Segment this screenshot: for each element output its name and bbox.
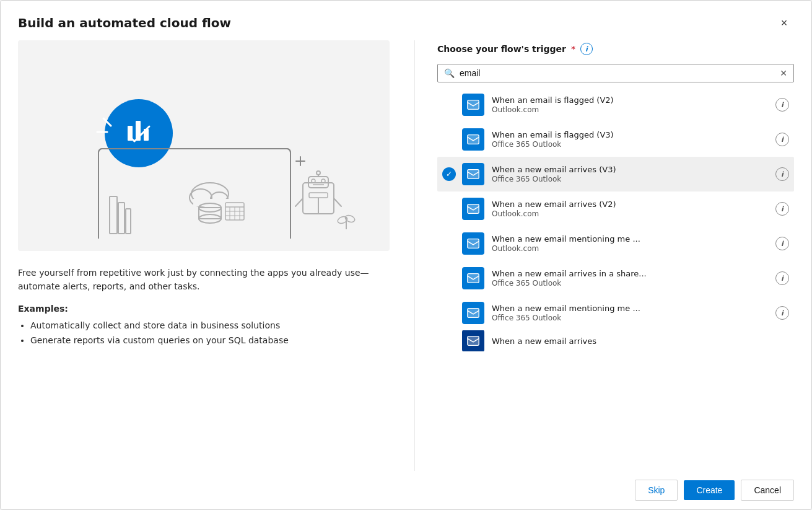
svg-rect-49 xyxy=(468,204,479,214)
svg-rect-47 xyxy=(468,170,479,179)
app-icon-5 xyxy=(462,232,484,255)
svg-line-39 xyxy=(334,198,341,206)
svg-rect-36 xyxy=(309,193,328,198)
trigger-info-2: When an email is flagged (V3) Office 365… xyxy=(492,130,771,149)
app-icon-1 xyxy=(462,94,484,116)
example-item-1: Automatically collect and store data in … xyxy=(30,319,390,333)
svg-line-38 xyxy=(295,198,303,206)
svg-rect-26 xyxy=(126,209,131,234)
trigger-name-2: When an email is flagged (V3) xyxy=(492,130,771,139)
partial-trigger-item[interactable]: When a new email arrives xyxy=(437,330,794,351)
trigger-item-7[interactable]: When a new email mentioning me ... Offic… xyxy=(437,296,794,330)
close-button[interactable]: × xyxy=(774,13,794,33)
trigger-info-5: When a new email mentioning me ... Outlo… xyxy=(492,234,771,253)
trigger-item-3[interactable]: ✓ When a new email arrives (V3) Office 3… xyxy=(437,157,794,191)
check-circle-3: ✓ xyxy=(442,167,456,181)
trigger-name-4: When a new email arrives (V2) xyxy=(492,200,771,209)
trigger-item-1[interactable]: When an email is flagged (V2) Outlook.co… xyxy=(437,87,794,122)
partial-app-icon xyxy=(462,330,484,351)
trigger-info-btn-6[interactable]: i xyxy=(775,271,789,285)
trigger-name-5: When a new email mentioning me ... xyxy=(492,234,771,244)
trigger-name-3: When a new email arrives (V3) xyxy=(492,165,771,174)
svg-rect-13 xyxy=(193,199,230,206)
dialog-header: Build an automated cloud flow × xyxy=(1,1,811,40)
trigger-label-row: Choose your flow's trigger * i xyxy=(437,43,794,55)
partial-trigger-info: When a new email arrives xyxy=(492,336,789,346)
svg-rect-53 xyxy=(468,274,479,283)
trigger-item-6[interactable]: When a new email arrives in a share... O… xyxy=(437,261,794,296)
trigger-source-3: Office 365 Outlook xyxy=(492,175,771,183)
trigger-name-1: When an email is flagged (V2) xyxy=(492,95,771,105)
trigger-info-icon[interactable]: i xyxy=(580,43,593,55)
trigger-name-7: When a new email mentioning me ... xyxy=(492,304,771,313)
svg-rect-24 xyxy=(110,196,117,234)
trigger-source-4: Outlook.com xyxy=(492,209,771,218)
svg-rect-45 xyxy=(468,135,479,144)
dialog: Build an automated cloud flow × xyxy=(0,0,812,510)
dialog-title: Build an automated cloud flow xyxy=(18,15,231,30)
svg-rect-25 xyxy=(118,203,124,234)
search-icon: 🔍 xyxy=(444,68,455,78)
trigger-source-2: Office 365 Outlook xyxy=(492,140,771,149)
trigger-info-btn-3[interactable]: i xyxy=(775,167,789,181)
examples-label: Examples: xyxy=(18,304,390,314)
trigger-info-btn-1[interactable]: i xyxy=(775,98,789,112)
app-icon-3 xyxy=(462,163,484,185)
trigger-info-6: When a new email arrives in a share... O… xyxy=(492,269,771,288)
trigger-info-btn-4[interactable]: i xyxy=(775,202,789,216)
svg-rect-55 xyxy=(468,309,479,318)
svg-rect-43 xyxy=(468,100,479,110)
cancel-button[interactable]: Cancel xyxy=(741,480,794,501)
trigger-info-btn-2[interactable]: i xyxy=(775,133,789,146)
trigger-info-btn-5[interactable]: i xyxy=(775,237,789,250)
trigger-source-7: Office 365 Outlook xyxy=(492,314,771,322)
svg-rect-57 xyxy=(468,336,479,346)
trigger-source-6: Office 365 Outlook xyxy=(492,279,771,288)
examples-list: Automatically collect and store data in … xyxy=(18,319,390,348)
trigger-item-4[interactable]: When a new email arrives (V2) Outlook.co… xyxy=(437,191,794,226)
app-icon-2 xyxy=(462,128,484,151)
description-text: Free yourself from repetitive work just … xyxy=(18,266,390,294)
search-input[interactable] xyxy=(460,68,780,78)
svg-point-32 xyxy=(317,171,320,175)
trigger-label: Choose your flow's trigger xyxy=(437,44,566,54)
trigger-info-3: When a new email arrives (V3) Office 365… xyxy=(492,165,771,183)
svg-rect-51 xyxy=(468,239,479,248)
trigger-info-btn-7[interactable]: i xyxy=(775,306,789,320)
trigger-source-1: Outlook.com xyxy=(492,105,771,114)
create-button[interactable]: Create xyxy=(684,480,735,500)
svg-rect-15 xyxy=(199,208,221,219)
left-panel: Free yourself from repetitive work just … xyxy=(18,40,414,471)
search-box: 🔍 ✕ xyxy=(437,64,794,82)
illustration-box xyxy=(18,40,390,251)
clear-icon[interactable]: ✕ xyxy=(780,68,787,78)
trigger-list: When an email is flagged (V2) Outlook.co… xyxy=(437,87,794,471)
trigger-info-4: When a new email arrives (V2) Outlook.co… xyxy=(492,200,771,218)
skip-button[interactable]: Skip xyxy=(635,480,678,501)
bottom-bar: Skip Create Cancel xyxy=(1,471,811,509)
trigger-name-6: When a new email arrives in a share... xyxy=(492,269,771,278)
trigger-info-7: When a new email mentioning me ... Offic… xyxy=(492,304,771,322)
right-panel: Choose your flow's trigger * i 🔍 ✕ xyxy=(414,40,794,471)
app-icon-6 xyxy=(462,267,484,289)
trigger-item-5[interactable]: When a new email mentioning me ... Outlo… xyxy=(437,226,794,261)
trigger-item-2[interactable]: When an email is flagged (V3) Office 365… xyxy=(437,122,794,157)
dialog-body: Free yourself from repetitive work just … xyxy=(1,40,811,471)
required-star: * xyxy=(571,44,575,54)
partial-trigger-name: When a new email arrives xyxy=(492,336,789,346)
example-item-2: Generate reports via custom queries on y… xyxy=(30,333,390,348)
app-icon-7 xyxy=(462,302,484,324)
check-mark-3: ✓ xyxy=(446,170,452,178)
trigger-info-1: When an email is flagged (V2) Outlook.co… xyxy=(492,95,771,114)
trigger-source-5: Outlook.com xyxy=(492,244,771,253)
app-icon-4 xyxy=(462,198,484,220)
